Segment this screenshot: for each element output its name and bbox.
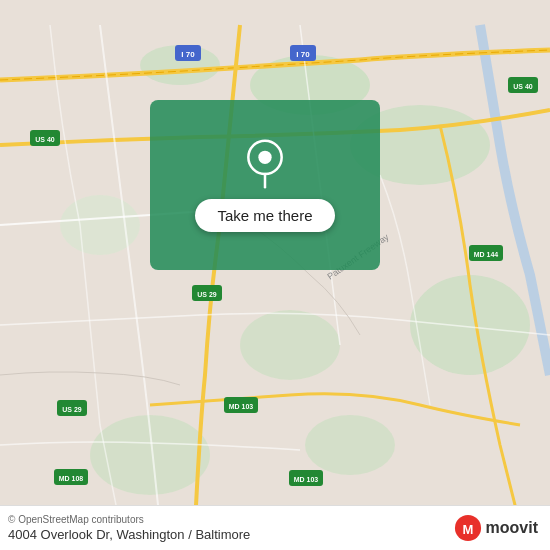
- address-line: 4004 Overlook Dr, Washington / Baltimore: [8, 527, 250, 542]
- osm-attribution: © OpenStreetMap contributors: [8, 514, 250, 525]
- bottom-bar: © OpenStreetMap contributors 4004 Overlo…: [0, 505, 550, 550]
- svg-text:MD 144: MD 144: [474, 251, 499, 258]
- map-container: I 70 I 70 US 40 US 40 US 29 US 29 MD 103…: [0, 0, 550, 550]
- location-pin-icon: [240, 139, 290, 189]
- svg-text:MD 103: MD 103: [294, 476, 319, 483]
- svg-text:US 40: US 40: [513, 83, 533, 90]
- svg-text:MD 103: MD 103: [229, 403, 254, 410]
- svg-text:US 29: US 29: [62, 406, 82, 413]
- svg-text:I 70: I 70: [296, 50, 310, 59]
- svg-point-5: [240, 310, 340, 380]
- take-me-there-button[interactable]: Take me there: [195, 199, 334, 232]
- svg-text:I 70: I 70: [181, 50, 195, 59]
- map-overlay: Take me there: [150, 100, 380, 270]
- svg-text:US 29: US 29: [197, 291, 217, 298]
- moovit-text: moovit: [486, 519, 538, 537]
- svg-text:M: M: [462, 522, 473, 537]
- svg-text:MD 108: MD 108: [59, 475, 84, 482]
- map-svg: I 70 I 70 US 40 US 40 US 29 US 29 MD 103…: [0, 0, 550, 550]
- moovit-logo: M moovit: [454, 514, 538, 542]
- moovit-icon: M: [454, 514, 482, 542]
- svg-text:US 40: US 40: [35, 136, 55, 143]
- svg-point-8: [305, 415, 395, 475]
- bottom-bar-left: © OpenStreetMap contributors 4004 Overlo…: [8, 514, 250, 542]
- svg-point-31: [258, 150, 271, 163]
